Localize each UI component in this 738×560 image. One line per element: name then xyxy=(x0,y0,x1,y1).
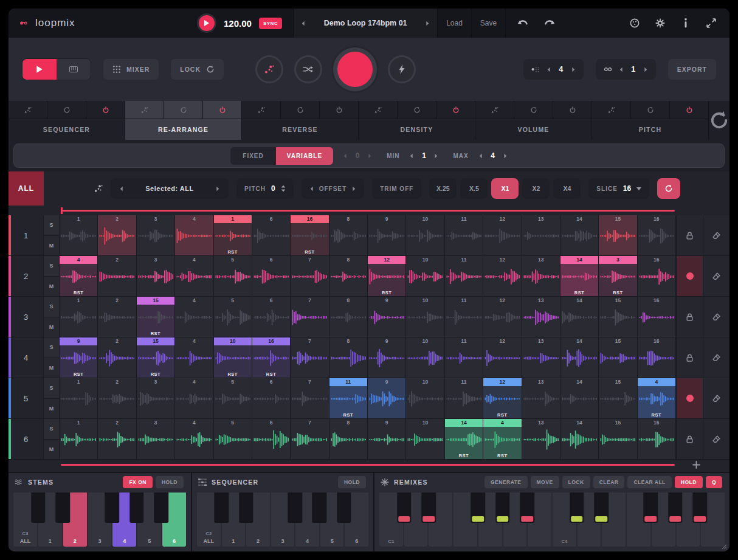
slice-cell-9[interactable]: 9 xyxy=(368,378,406,418)
slice-cell-14[interactable]: 14 xyxy=(560,419,599,459)
export-button[interactable]: EXPORT xyxy=(668,59,716,80)
slice-cell-11[interactable]: 14RST xyxy=(445,419,483,459)
keys-view-button[interactable] xyxy=(57,59,91,80)
track-number[interactable]: 3 xyxy=(9,297,44,337)
slice-cell-7[interactable]: 7 xyxy=(291,419,329,459)
slice-cell-10[interactable]: 10 xyxy=(406,215,444,255)
slice-cell-2[interactable]: 2 xyxy=(98,337,136,378)
remix-move-button[interactable]: MOVE xyxy=(531,476,559,488)
remixes-black-key[interactable] xyxy=(570,493,584,523)
remixes-black-key[interactable] xyxy=(644,493,658,523)
slice-cell-4[interactable]: 4 xyxy=(175,215,213,255)
slice-cell-13[interactable]: 13 xyxy=(522,419,560,459)
solo-button[interactable]: S xyxy=(44,337,59,358)
refresh-icon[interactable] xyxy=(281,101,320,119)
solo-button[interactable]: S xyxy=(44,215,59,236)
remixes-black-key[interactable] xyxy=(495,493,510,523)
play-button[interactable] xyxy=(197,13,216,33)
stems-black-key[interactable] xyxy=(55,493,70,523)
tab-sequencer[interactable]: SEQUENCER xyxy=(9,101,125,140)
loop-active-indicator[interactable] xyxy=(676,378,703,418)
slice-cell-12[interactable]: 12RST xyxy=(483,378,522,418)
mute-button[interactable]: M xyxy=(44,440,59,460)
load-button[interactable]: Load xyxy=(438,9,472,38)
master-trigger-button[interactable] xyxy=(333,47,377,91)
slice-cell-15[interactable]: 15 xyxy=(599,378,637,418)
slice-cell-1[interactable]: 1 xyxy=(60,419,98,459)
remixes-black-key[interactable] xyxy=(594,493,609,523)
refresh-icon[interactable] xyxy=(631,101,670,119)
slice-cell-15[interactable]: 15 xyxy=(599,215,637,255)
power-icon[interactable] xyxy=(86,101,125,119)
sync-button[interactable]: SYNC xyxy=(259,18,282,29)
slice-cell-5[interactable]: 5 xyxy=(214,256,252,296)
pattern-next-icon[interactable] xyxy=(571,67,576,72)
sequencer-black-key[interactable] xyxy=(239,493,253,523)
randomize-icon[interactable] xyxy=(359,101,398,119)
slice-cell-4[interactable]: 4 xyxy=(175,256,213,296)
remixes-black-key[interactable] xyxy=(668,493,683,523)
slice-cell-10[interactable]: 10 xyxy=(406,419,444,459)
slice-cell-8[interactable]: 8 xyxy=(329,297,368,337)
select-all-button[interactable]: ALL xyxy=(9,171,44,206)
instant-knob[interactable] xyxy=(388,55,416,83)
slice-cell-6[interactable]: 6 xyxy=(252,297,291,337)
track-lock-button[interactable] xyxy=(676,337,703,378)
redo-icon[interactable] xyxy=(544,19,556,28)
slice-cell-13[interactable]: 13 xyxy=(522,337,560,378)
resize-grip-icon[interactable] xyxy=(720,543,727,550)
slice-cell-2[interactable]: 2 xyxy=(98,419,136,459)
variable-button[interactable]: VARIABLE xyxy=(276,147,333,165)
selection-prev-icon[interactable] xyxy=(119,186,123,192)
track-lock-button[interactable] xyxy=(676,215,703,255)
loop-view-button[interactable] xyxy=(22,59,57,80)
slice-cell-3[interactable]: 15RST xyxy=(137,297,175,337)
trim-button[interactable]: TRIM OFF xyxy=(372,178,421,199)
track-clear-button[interactable] xyxy=(703,378,729,418)
slice-cell-9[interactable]: 12RST xyxy=(368,256,406,296)
slice-cell-3[interactable]: 3 xyxy=(137,378,175,418)
power-icon[interactable] xyxy=(436,101,475,119)
slice-cell-5[interactable]: 5 xyxy=(214,378,252,418)
track-clear-button[interactable] xyxy=(703,337,729,378)
slice-cell-10[interactable]: 10 xyxy=(406,337,444,378)
track-clear-button[interactable] xyxy=(703,215,729,255)
mixer-button[interactable]: MIXER xyxy=(103,59,159,80)
slice-cell-2[interactable]: 2 xyxy=(98,378,136,418)
slice-cell-1[interactable]: 4RST xyxy=(60,256,98,296)
slice-cell-4[interactable]: 4 xyxy=(175,337,213,378)
refresh-icon[interactable] xyxy=(514,101,553,119)
randomize-icon[interactable] xyxy=(125,101,164,119)
slice-cell-13[interactable]: 13 xyxy=(522,215,560,255)
loop-prev-icon[interactable] xyxy=(619,67,623,72)
slice-cell-9[interactable]: 9 xyxy=(368,215,406,255)
randomize-ball-icon[interactable] xyxy=(630,18,640,28)
randomize-selection-icon[interactable] xyxy=(94,184,103,193)
slice-cell-6[interactable]: 6 xyxy=(252,215,291,255)
slice-cell-12[interactable]: 12 xyxy=(483,297,522,337)
slice-cell-6[interactable]: 6 xyxy=(252,419,291,459)
retrigger-button[interactable] xyxy=(657,178,680,199)
randomize-icon[interactable] xyxy=(9,101,47,119)
stems-hold-button[interactable]: HOLD xyxy=(156,476,184,488)
stepper-icon[interactable] xyxy=(281,185,286,192)
slice-cell-1[interactable]: 1 xyxy=(60,378,98,418)
randomize-icon[interactable] xyxy=(475,101,514,119)
pitch-control[interactable]: PITCH 0 xyxy=(236,178,294,199)
slice-cell-8[interactable]: 8 xyxy=(329,337,368,378)
slice-cell-16[interactable]: 16 xyxy=(638,419,676,459)
slice-cell-7[interactable]: 7 xyxy=(291,337,329,378)
multiplier-x2[interactable]: X2 xyxy=(522,178,550,199)
remixes-black-key[interactable] xyxy=(520,493,535,523)
slice-cell-11[interactable]: 11 xyxy=(445,215,483,255)
solo-button[interactable]: S xyxy=(44,256,59,277)
slice-cell-2[interactable]: 2 xyxy=(98,256,136,296)
track-clear-button[interactable] xyxy=(703,419,729,459)
playhead-bar[interactable] xyxy=(61,210,675,212)
slice-cell-9[interactable]: 9 xyxy=(368,297,406,337)
slice-cell-12[interactable]: 12 xyxy=(483,337,522,378)
sequencer-black-key[interactable] xyxy=(337,493,351,523)
slice-cell-5[interactable]: 5 xyxy=(214,297,252,337)
track-clear-button[interactable] xyxy=(703,256,729,296)
mute-button[interactable]: M xyxy=(44,399,59,419)
